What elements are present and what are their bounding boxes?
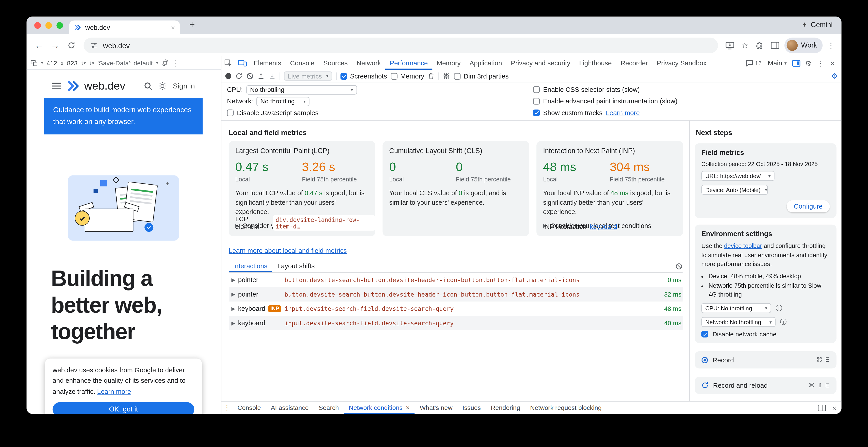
table-row[interactable]: ▶ keyboard INP input.devsite-search-fiel…	[229, 302, 683, 316]
record-icon[interactable]	[225, 73, 231, 79]
interaction-target-link[interactable]: button.devsite-search-button.devsite-hea…	[285, 291, 652, 298]
sliders-icon[interactable]	[443, 72, 450, 80]
custom-tracks-learn-more-link[interactable]: Learn more	[606, 109, 640, 116]
device-height-value[interactable]: 823	[67, 60, 78, 66]
devtools-settings-icon[interactable]: ⚙	[802, 59, 814, 67]
forward-icon[interactable]: →	[47, 37, 63, 54]
memory-checkbox[interactable]: Memory	[391, 72, 425, 80]
drawer-tab-network-request-blocking[interactable]: Network request blocking	[525, 402, 607, 414]
disable-js-samples-checkbox[interactable]: Disable JavaScript samples	[227, 107, 533, 118]
sign-in-button[interactable]: Sign in	[173, 82, 195, 90]
interaction-target-link[interactable]: input.devsite-search-field.devsite-searc…	[285, 305, 652, 312]
info-icon[interactable]: ⓘ	[776, 304, 782, 313]
install-icon[interactable]	[722, 38, 737, 53]
devtools-menu-icon[interactable]: ⋮	[814, 59, 827, 67]
device-toolbar-toggle-icon[interactable]	[235, 56, 249, 70]
chevron-down-icon[interactable]: ▾	[41, 60, 43, 65]
tab-application[interactable]: Application	[465, 56, 506, 70]
js-context-select[interactable]: Main▾	[765, 59, 790, 67]
disable-network-cache-checkbox[interactable]: Disable network cache	[701, 331, 830, 338]
env-network-select[interactable]: Network: No throttling▾	[701, 317, 776, 327]
interaction-target-link[interactable]: input.devsite-search-field.devsite-searc…	[285, 319, 652, 326]
chevron-down-icon[interactable]: ▾	[156, 60, 158, 65]
checkbox-icon[interactable]	[454, 73, 461, 79]
device-toolbar-menu-icon[interactable]: ⋮	[172, 58, 180, 67]
capture-settings-gear-icon[interactable]: ⚙	[831, 72, 838, 80]
css-selector-stats-checkbox[interactable]: Enable CSS selector stats (slow)	[533, 84, 678, 96]
hamburger-menu-icon[interactable]	[52, 82, 61, 90]
save-data-select[interactable]: 'Save-Data': default	[98, 60, 153, 66]
tab-sources[interactable]: Sources	[319, 56, 352, 70]
tab-layout-shifts[interactable]: Layout shifts	[273, 260, 319, 272]
tab-performance[interactable]: Performance	[385, 56, 432, 70]
expand-row-icon[interactable]: ▶	[229, 320, 238, 326]
expand-row-icon[interactable]: ▶	[229, 277, 238, 282]
drawer-tab-issues[interactable]: Issues	[457, 402, 486, 414]
cookie-ok-button[interactable]: OK, got it	[53, 403, 194, 414]
metrics-learn-more-link[interactable]: Learn more about local and field metrics	[229, 247, 347, 254]
clear-log-icon[interactable]	[675, 263, 683, 270]
reload-icon[interactable]	[63, 37, 79, 54]
address-bar[interactable]: web.dev	[84, 38, 718, 53]
site-logo[interactable]: web.dev	[67, 80, 125, 92]
profile-button[interactable]: Work	[784, 38, 823, 53]
back-icon[interactable]: ←	[31, 37, 47, 54]
device-width-value[interactable]: 412	[46, 60, 57, 66]
show-custom-tracks-checkbox[interactable]: Show custom tracks Learn more	[533, 107, 678, 118]
drawer-close-icon[interactable]: ×	[832, 404, 837, 412]
save-profile-icon[interactable]	[269, 72, 276, 80]
configure-button[interactable]: Configure	[787, 200, 830, 212]
checkbox-checked-icon[interactable]	[341, 73, 347, 79]
dim-3rd-parties-checkbox[interactable]: Dim 3rd parties	[454, 72, 509, 80]
drawer-tab-console[interactable]: Console	[232, 402, 266, 414]
expand-row-icon[interactable]: ▶	[229, 291, 238, 297]
record-reload-icon[interactable]	[235, 72, 243, 80]
load-profile-icon[interactable]	[257, 72, 265, 80]
drawer-tab-whats-new[interactable]: What's new	[415, 402, 457, 414]
dock-side-icon[interactable]	[790, 60, 802, 67]
checkbox-icon[interactable]	[391, 73, 398, 79]
checkbox-checked-icon[interactable]	[701, 331, 708, 338]
tab-privacy-sandbox[interactable]: Privacy Sandbox	[652, 56, 711, 70]
devtools-close-icon[interactable]: ×	[827, 59, 839, 67]
table-row[interactable]: ▶ keyboard input.devsite-search-field.de…	[229, 316, 683, 330]
window-zoom-button[interactable]	[56, 22, 63, 29]
browser-tab[interactable]: web.dev ×	[69, 20, 180, 34]
field-url-select[interactable]: URL: https://web.dev/▾	[701, 171, 775, 181]
console-messages-button[interactable]: 16	[743, 60, 765, 66]
field-device-select[interactable]: Device: Auto (Mobile)▾	[701, 185, 768, 195]
checkbox-icon[interactable]	[533, 87, 540, 93]
browser-menu-icon[interactable]: ⋮	[825, 41, 837, 50]
inspect-icon[interactable]	[221, 56, 235, 70]
inp-interaction-link[interactable]: keyboard	[590, 223, 617, 231]
clear-icon[interactable]	[246, 72, 254, 80]
window-close-button[interactable]	[34, 22, 41, 29]
drawer-tab-network-conditions[interactable]: Network conditions ×	[344, 402, 415, 414]
screenshots-checkbox[interactable]: Screenshots	[341, 72, 387, 80]
gemini-button[interactable]: ✦ Gemini	[802, 21, 833, 29]
record-button[interactable]: Record ⌘ E	[695, 351, 837, 369]
window-minimize-button[interactable]	[45, 22, 52, 29]
device-toolbar-link[interactable]: device toolbar	[724, 242, 762, 249]
tab-close-icon[interactable]: ×	[171, 24, 175, 31]
rotate-device-icon[interactable]	[162, 59, 169, 67]
drawer-dock-icon[interactable]	[818, 404, 826, 411]
table-row[interactable]: ▶ pointer button.devsite-search-button.d…	[229, 273, 683, 287]
tab-privacy-security[interactable]: Privacy and security	[506, 56, 575, 70]
expand-row-icon[interactable]: ▶	[229, 306, 238, 311]
tab-recorder[interactable]: Recorder	[616, 56, 652, 70]
collect-garbage-icon[interactable]	[428, 72, 435, 80]
drawer-tab-rendering[interactable]: Rendering	[486, 402, 525, 414]
site-settings-icon[interactable]	[90, 41, 98, 49]
table-row[interactable]: ▶ pointer button.devsite-search-button.d…	[229, 287, 683, 302]
drawer-tab-search[interactable]: Search	[314, 402, 344, 414]
theme-toggle-icon[interactable]	[158, 82, 167, 90]
env-cpu-select[interactable]: CPU: No throttling▾	[701, 303, 771, 313]
network-throttling-select[interactable]: No throttling▾	[256, 97, 310, 106]
cpu-throttling-select[interactable]: No throttling▾	[246, 85, 357, 95]
throttle-dropdown-icon[interactable]: ↕▾	[89, 60, 94, 66]
lcp-element-link[interactable]: div.devsite-landing-row-item-d…	[273, 215, 375, 231]
record-and-reload-button[interactable]: Record and reload ⌘ ⇧ E	[695, 377, 837, 394]
drawer-tab-close-icon[interactable]: ×	[406, 405, 410, 411]
tab-lighthouse[interactable]: Lighthouse	[575, 56, 616, 70]
